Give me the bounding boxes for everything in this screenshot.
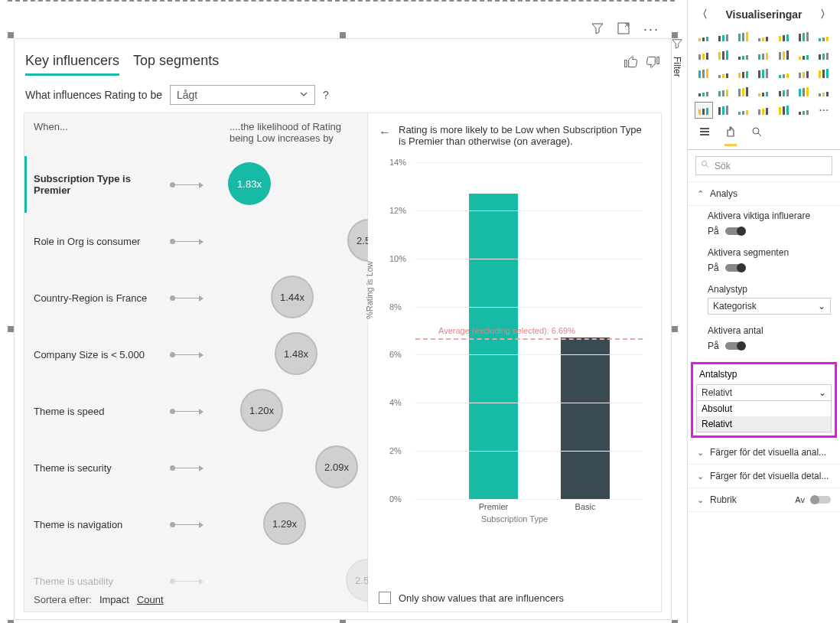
- focus-mode-icon[interactable]: [617, 22, 630, 38]
- colors-analysis-header[interactable]: ⌄Färger för det visuella anal...: [688, 441, 840, 465]
- colors-detail-header[interactable]: ⌄Färger för det visuella detal...: [688, 465, 840, 488]
- option-absolut[interactable]: Absolut: [697, 401, 831, 416]
- more-options-icon[interactable]: ···: [643, 21, 659, 38]
- influencer-bubble[interactable]: 1.20x: [240, 389, 283, 432]
- influencer-row[interactable]: Country-Region is France1.44x: [34, 269, 367, 326]
- viz-type-icon[interactable]: [715, 66, 732, 81]
- viz-type-icon[interactable]: [816, 84, 832, 99]
- viz-type-icon[interactable]: [816, 47, 832, 63]
- svg-rect-62: [822, 70, 825, 78]
- viz-type-icon[interactable]: [796, 47, 812, 63]
- influencer-row[interactable]: Theme is security2.09x: [34, 439, 367, 496]
- back-arrow-icon[interactable]: ←: [379, 126, 391, 139]
- viz-type-icon[interactable]: [816, 29, 832, 44]
- viz-type-icon[interactable]: [755, 103, 772, 118]
- viz-type-icon[interactable]: [695, 29, 712, 44]
- arrow-line: [171, 241, 202, 242]
- analystyp-select[interactable]: Kategorisk⌄: [708, 298, 831, 315]
- key-influencers-visual[interactable]: Key influencers Top segments What influe…: [14, 38, 672, 620]
- arrow-line: [171, 581, 202, 582]
- viz-type-icon[interactable]: [695, 66, 712, 81]
- enable-ki-toggle[interactable]: På: [708, 226, 831, 236]
- viz-type-icon[interactable]: [796, 103, 812, 118]
- viz-type-icon[interactable]: [715, 103, 732, 118]
- svg-rect-77: [783, 90, 785, 96]
- viz-type-icon[interactable]: [735, 66, 752, 81]
- help-icon[interactable]: ?: [323, 89, 329, 101]
- influencer-row[interactable]: Theme is navigation1.29x: [34, 496, 367, 553]
- viz-type-icon[interactable]: [776, 29, 793, 44]
- viz-type-icon[interactable]: [776, 103, 793, 118]
- svg-rect-12: [766, 37, 768, 41]
- viz-type-icon[interactable]: [776, 47, 793, 63]
- rating-value-dropdown[interactable]: Lågt: [170, 85, 315, 105]
- viz-type-icon[interactable]: [735, 47, 752, 63]
- search-input[interactable]: Sök: [695, 156, 832, 175]
- influencer-row[interactable]: Role in Org is consumer2.57x: [34, 213, 367, 269]
- viz-type-icon[interactable]: [816, 66, 832, 81]
- sort-impact[interactable]: Impact: [99, 594, 129, 605]
- viz-type-icon[interactable]: [735, 103, 752, 118]
- filter-pane-tab[interactable]: Filter: [672, 38, 689, 80]
- influencer-bubble[interactable]: 1.29x: [263, 502, 306, 545]
- viz-type-icon[interactable]: [755, 84, 772, 99]
- viz-type-icon[interactable]: [796, 84, 812, 99]
- viz-type-icon[interactable]: [755, 47, 772, 63]
- influencer-bubble[interactable]: 1.44x: [271, 276, 314, 318]
- viz-type-icon[interactable]: [715, 29, 732, 44]
- viz-type-icon[interactable]: [776, 66, 793, 81]
- viz-type-icon[interactable]: [695, 47, 712, 63]
- enable-count-toggle[interactable]: På: [708, 341, 831, 351]
- svg-rect-4: [718, 36, 721, 41]
- rubrik-header[interactable]: ⌄Rubrik Av: [688, 488, 840, 512]
- influencer-row[interactable]: Theme is speed1.20x: [34, 383, 367, 439]
- viz-type-icon[interactable]: [755, 29, 772, 44]
- svg-rect-97: [779, 107, 781, 115]
- svg-rect-40: [819, 54, 821, 60]
- viz-type-icon[interactable]: [796, 66, 812, 81]
- viz-type-icon[interactable]: [735, 84, 752, 99]
- influencer-label: Country-Region is France: [34, 292, 171, 304]
- viz-type-icon[interactable]: [796, 29, 812, 44]
- influencer-row[interactable]: Subscription Type is Premier1.83x: [24, 156, 367, 213]
- influencer-bubble[interactable]: 1.48x: [275, 332, 317, 375]
- analytics-tab-icon[interactable]: [750, 126, 763, 146]
- only-influencers-checkbox[interactable]: [379, 592, 391, 604]
- arrow-line: [171, 411, 202, 412]
- tab-top-segments[interactable]: Top segments: [133, 53, 219, 76]
- svg-rect-11: [762, 38, 764, 41]
- influencer-bubble[interactable]: 2.09x: [315, 445, 358, 488]
- viz-type-icon[interactable]: [776, 84, 793, 99]
- funnel-icon: [672, 38, 689, 52]
- viz-type-icon[interactable]: [735, 29, 752, 44]
- filter-icon[interactable]: [591, 22, 604, 38]
- viz-type-icon[interactable]: [715, 47, 732, 63]
- viz-type-icon[interactable]: ···: [816, 103, 832, 118]
- viz-type-icon[interactable]: [695, 103, 712, 118]
- bar-premier[interactable]: [469, 194, 518, 499]
- svg-rect-91: [738, 112, 741, 115]
- viz-type-icon[interactable]: [695, 84, 712, 99]
- viz-type-icon[interactable]: [755, 66, 772, 81]
- option-relativt[interactable]: Relativt: [697, 416, 831, 432]
- thumbs-up-icon[interactable]: [623, 54, 639, 73]
- thumbs-down-icon[interactable]: [645, 54, 660, 73]
- analys-section-header[interactable]: ⌃Analys: [688, 182, 840, 206]
- antalstyp-select[interactable]: Relativt⌄: [696, 384, 832, 401]
- influencer-row[interactable]: Company Size is < 5.0001.48x: [34, 326, 367, 383]
- bar-basic[interactable]: [561, 338, 610, 499]
- collapse-right-icon[interactable]: 〉: [820, 8, 831, 21]
- tab-key-influencers[interactable]: Key influencers: [25, 53, 119, 76]
- collapse-left-icon[interactable]: 〈: [697, 8, 708, 21]
- enable-seg-toggle[interactable]: På: [708, 263, 831, 273]
- svg-rect-15: [786, 34, 789, 41]
- viz-type-icon[interactable]: [715, 84, 732, 99]
- analys-label: Analys: [710, 188, 737, 199]
- sort-count[interactable]: Count: [137, 594, 164, 605]
- checkbox-label: Only show values that are influencers: [399, 592, 564, 604]
- fields-tab-icon[interactable]: [698, 126, 711, 146]
- influencer-bubble[interactable]: 1.83x: [228, 162, 271, 205]
- format-tab-icon[interactable]: [724, 126, 737, 146]
- rubrik-toggle[interactable]: Av: [795, 495, 831, 504]
- svg-rect-98: [783, 106, 785, 115]
